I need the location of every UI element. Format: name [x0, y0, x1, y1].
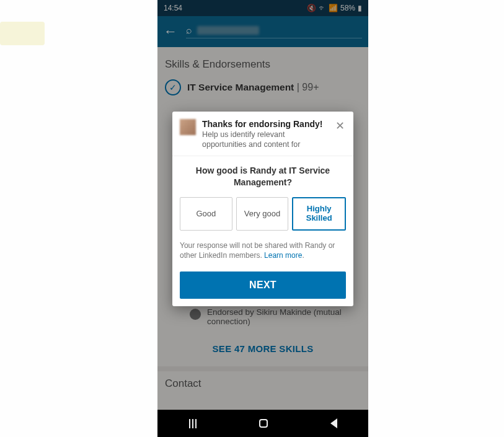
- modal-header: Thanks for endorsing Randy! Help us iden…: [172, 112, 353, 156]
- home-button[interactable]: [259, 419, 268, 428]
- modal-subtitle: Help us identify relevant opportunities …: [202, 130, 328, 149]
- close-icon[interactable]: ✕: [334, 119, 346, 149]
- endorsement-modal: Thanks for endorsing Randy! Help us iden…: [172, 112, 353, 306]
- learn-more-link[interactable]: Learn more: [264, 251, 302, 260]
- android-navbar: [157, 410, 368, 437]
- option-highly-skilled[interactable]: Highly Skilled: [292, 197, 346, 231]
- recents-button[interactable]: [189, 419, 197, 428]
- option-good[interactable]: Good: [180, 197, 232, 231]
- disclaimer-text: Your response will not be shared with Ra…: [180, 241, 346, 260]
- back-button[interactable]: [330, 418, 337, 428]
- modal-question: How good is Randy at IT Service Manageme…: [180, 165, 346, 188]
- avatar: [180, 119, 196, 135]
- option-very-good[interactable]: Very good: [236, 197, 289, 231]
- next-button[interactable]: NEXT: [180, 271, 346, 299]
- phone-frame: 14:54 🔇 ᯤ 📶 58% ▮ ← ⌕ Skills & Endorseme…: [157, 0, 368, 437]
- modal-title: Thanks for endorsing Randy!: [202, 119, 328, 129]
- rating-options: Good Very good Highly Skilled: [180, 197, 346, 231]
